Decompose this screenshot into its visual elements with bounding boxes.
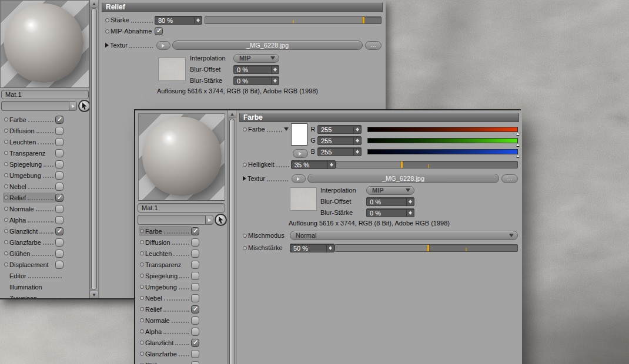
browse-texture-button[interactable]: ...	[501, 174, 518, 183]
channel-row[interactable]: Transparenz	[139, 259, 199, 270]
scroll-down-icon[interactable]: ▼	[90, 291, 98, 298]
channel-row[interactable]: Farbe	[4, 114, 63, 125]
slider-marker[interactable]	[363, 17, 364, 23]
color-model-dropdown-icon[interactable]	[284, 127, 289, 131]
channel-checkbox[interactable]	[191, 272, 199, 280]
channel-row[interactable]: Umgebung	[139, 281, 199, 292]
stepper-icon[interactable]	[327, 161, 335, 168]
stepper-icon[interactable]	[326, 244, 334, 252]
channel-checkbox[interactable]	[55, 171, 63, 180]
channel-row[interactable]: Normale	[4, 203, 63, 214]
channel-checkbox[interactable]	[55, 194, 63, 202]
helligkeit-value-field[interactable]: 35 %	[291, 160, 336, 169]
texture-arrow-button[interactable]	[156, 41, 170, 50]
blur-offset-field[interactable]: 0 %	[233, 65, 279, 74]
scrollbar-thumb[interactable]	[91, 8, 97, 290]
channel-row[interactable]: Relief	[4, 192, 63, 203]
channel-checkbox[interactable]	[55, 127, 63, 135]
stepper-icon[interactable]	[406, 209, 414, 217]
channel-checkbox[interactable]	[191, 238, 199, 247]
channel-checkbox[interactable]	[191, 283, 199, 291]
browse-texture-button[interactable]: ...	[365, 41, 382, 50]
channel-row[interactable]: Illumination	[4, 281, 63, 292]
helligkeit-slider[interactable]	[336, 161, 518, 168]
channel-row[interactable]: Normale	[139, 315, 199, 326]
interpolation-dropdown[interactable]: MIP	[233, 54, 279, 63]
scrollbar-thumb[interactable]	[229, 119, 235, 364]
channel-checkbox[interactable]	[191, 316, 199, 325]
texture-filename-field[interactable]: _MG_6228.jpg	[172, 41, 363, 50]
channel-row[interactable]: Glanzfarbe	[139, 348, 199, 359]
mischstaerke-slider[interactable]	[334, 244, 518, 252]
channel-row[interactable]: Diffusion	[139, 237, 199, 248]
blur-strength-field[interactable]: 0 %	[366, 208, 414, 217]
stepper-icon[interactable]	[353, 148, 361, 156]
channel-row[interactable]: Displacement	[4, 259, 63, 270]
stepper-icon[interactable]	[353, 137, 361, 144]
channel-row[interactable]: Glanzlicht	[139, 337, 199, 348]
blur-offset-field[interactable]: 0 %	[366, 197, 414, 206]
gradient-handle-icon[interactable]: ▲	[516, 153, 520, 159]
channel-checkbox[interactable]	[191, 305, 199, 314]
channel-row[interactable]: Glanzlicht	[4, 225, 63, 237]
channel-checkbox[interactable]	[55, 261, 63, 269]
channel-checkbox[interactable]	[191, 339, 199, 347]
channel-checkbox[interactable]	[191, 227, 199, 235]
channel-checkbox[interactable]	[55, 227, 63, 235]
interpolation-dropdown[interactable]: MIP	[366, 186, 414, 195]
channel-row[interactable]: Leuchten	[139, 248, 199, 259]
channel-row[interactable]: Diffusion	[4, 125, 63, 136]
sidebar-scrollbar[interactable]: ▲	[227, 110, 237, 364]
channel-checkbox[interactable]	[55, 183, 63, 191]
channel-checkbox[interactable]	[191, 250, 199, 258]
channel-row[interactable]: Umgebung	[4, 170, 63, 181]
channel-row[interactable]: Glühen	[4, 248, 63, 259]
channel-checkbox[interactable]	[191, 361, 199, 364]
channel-row[interactable]: Glanzfarbe	[4, 237, 63, 248]
blur-strength-field[interactable]: 0 %	[233, 76, 279, 85]
channel-row[interactable]: Farbe	[139, 225, 199, 237]
shader-link-field[interactable]	[138, 215, 205, 225]
channel-row[interactable]: Glühen	[139, 359, 199, 364]
channel-checkbox[interactable]	[55, 116, 63, 124]
mip-abnahme-checkbox[interactable]	[155, 27, 163, 35]
channel-row[interactable]: Spiegelung	[4, 159, 63, 170]
channel-row[interactable]: Nebel	[139, 292, 199, 304]
channel-row[interactable]: Leuchten	[4, 136, 63, 147]
channel-checkbox[interactable]	[55, 149, 63, 157]
blue-gradient-slider[interactable]: ▲	[367, 149, 518, 154]
channel-checkbox[interactable]	[55, 160, 63, 168]
stepper-icon[interactable]	[271, 66, 279, 73]
stepper-icon[interactable]	[194, 16, 202, 24]
mischmodus-dropdown[interactable]: Normal	[290, 231, 518, 240]
texture-filename-field[interactable]: _MG_6228.jpg	[307, 174, 499, 183]
material-preview[interactable]	[0, 0, 89, 88]
red-value-field[interactable]: 255	[317, 125, 362, 134]
shader-link-field[interactable]	[1, 101, 69, 111]
channel-row[interactable]: Spiegelung	[139, 270, 199, 281]
green-value-field[interactable]: 255	[317, 136, 362, 145]
color-swatch[interactable]	[291, 123, 307, 146]
texture-thumbnail[interactable]	[290, 187, 317, 211]
channel-checkbox[interactable]	[55, 205, 63, 213]
stepper-icon[interactable]	[353, 126, 361, 133]
green-gradient-slider[interactable]: ▲	[367, 138, 518, 143]
texture-thumbnail[interactable]	[158, 58, 186, 81]
shader-dropdown-button[interactable]	[205, 215, 213, 225]
color-arrow-button[interactable]	[293, 149, 308, 158]
channel-checkbox[interactable]	[55, 238, 63, 247]
blue-value-field[interactable]: 255	[317, 147, 362, 156]
channel-checkbox[interactable]	[55, 216, 63, 224]
texture-arrow-button[interactable]	[292, 174, 306, 183]
red-gradient-slider[interactable]: ▲	[367, 127, 518, 132]
material-name-field[interactable]: Mat.1	[1, 90, 89, 99]
scroll-up-icon[interactable]: ▲	[90, 0, 98, 8]
channel-row[interactable]: Nebel	[4, 181, 63, 192]
channel-checkbox[interactable]	[191, 261, 199, 269]
channel-row[interactable]: Alpha	[4, 214, 63, 225]
expand-triangle-icon[interactable]	[243, 176, 246, 181]
channel-checkbox[interactable]	[55, 138, 63, 146]
scroll-up-icon[interactable]: ▲	[228, 110, 236, 118]
stepper-icon[interactable]	[406, 198, 414, 205]
stepper-icon[interactable]	[271, 77, 279, 85]
